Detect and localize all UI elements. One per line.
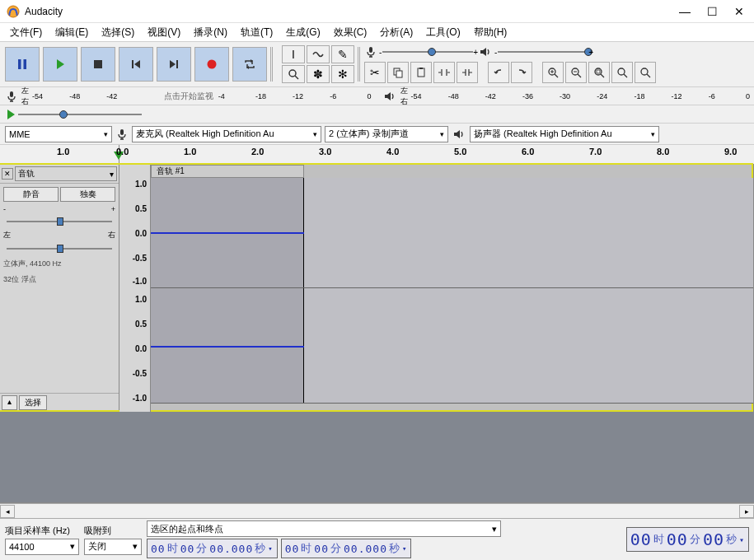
skip-end-button[interactable] [157, 47, 191, 82]
zoom-in-button[interactable] [542, 62, 564, 83]
paste-button[interactable] [410, 62, 432, 83]
svg-rect-25 [597, 70, 600, 73]
cut-button[interactable]: ✂ [364, 62, 386, 83]
track-control-panel: ✕ 音轨▾ 静音 独奏 -+ 左右 立体声, 44100 Hz 32位 浮点 ▴… [0, 165, 119, 412]
collapse-button[interactable]: ▴ [2, 395, 17, 410]
menu-file[interactable]: 文件(F) [3, 24, 49, 41]
selection-toolbar: 项目采样率 (Hz) 44100▾ 吸附到 关闭▾ 选区的起点和终点▾ 00时 … [0, 518, 754, 560]
copy-button[interactable] [387, 62, 409, 83]
input-device-select[interactable]: 麦克风 (Realtek High Definition Au▾ [132, 126, 321, 142]
stop-button[interactable] [81, 47, 115, 82]
scroll-left-button[interactable]: ◂ [0, 505, 15, 518]
pan-slider[interactable] [3, 244, 115, 254]
draw-tool[interactable]: ✎ [331, 45, 354, 63]
svg-rect-31 [120, 129, 124, 135]
zoom-toggle-button[interactable] [635, 62, 656, 83]
menu-view[interactable]: 视图(V) [141, 24, 187, 41]
gain-slider[interactable] [3, 217, 115, 226]
audio-position-time[interactable]: 00时 00分 00秒▾ [626, 527, 749, 552]
mute-button[interactable]: 静音 [3, 187, 59, 202]
play-volume-slider[interactable]: -+ [498, 46, 588, 58]
timeshift-tool[interactable]: ✽ [307, 65, 330, 83]
track-close-button[interactable]: ✕ [2, 168, 13, 180]
play-speed-icon[interactable] [5, 108, 18, 121]
silence-button[interactable] [457, 62, 478, 83]
audio-host-select[interactable]: MME▾ [5, 126, 112, 142]
output-device-select[interactable]: 扬声器 (Realtek High Definition Au▾ [470, 126, 659, 142]
menu-tools[interactable]: 工具(O) [419, 24, 466, 41]
snap-select[interactable]: 关闭▾ [84, 539, 142, 555]
select-track-button[interactable]: 选择 [19, 395, 47, 410]
menu-tracks[interactable]: 轨道(T) [234, 24, 279, 41]
timeline-ruler[interactable]: 1.0 0.0 1.0 2.0 3.0 4.0 5.0 6.0 7.0 8.0 … [0, 145, 754, 165]
svg-rect-7 [176, 60, 178, 68]
svg-rect-6 [132, 60, 133, 68]
trim-button[interactable] [433, 62, 455, 83]
selection-tool[interactable]: I [282, 45, 305, 63]
window-title: Audacity [25, 6, 679, 17]
svg-rect-5 [94, 60, 102, 68]
svg-rect-14 [418, 68, 424, 77]
undo-button[interactable] [488, 62, 509, 83]
tracks-area: ✕ 音轨▾ 静音 独奏 -+ 左右 立体声, 44100 Hz 32位 浮点 ▴… [0, 165, 754, 503]
menu-effect[interactable]: 效果(C) [327, 24, 374, 41]
minimize-button[interactable]: — [679, 5, 691, 18]
svg-line-24 [601, 74, 604, 77]
rec-meter-scale[interactable]: -54 -48 -42 点击开始监视 -4 -18 -12 -6 0 [32, 91, 371, 102]
skip-start-button[interactable] [119, 47, 153, 82]
mic-icon [5, 90, 18, 103]
channels-select[interactable]: 2 (立体声) 录制声道▾ [325, 126, 448, 142]
svg-rect-1 [9, 12, 11, 16]
svg-point-26 [618, 68, 625, 75]
envelope-tool[interactable] [307, 45, 330, 63]
channel-left[interactable] [151, 178, 753, 288]
app-logo-icon [7, 5, 20, 18]
close-button[interactable]: ✕ [734, 5, 744, 18]
selection-end-time[interactable]: 00时 00分 00.000秒▾ [281, 539, 412, 558]
channel-right[interactable] [151, 288, 753, 404]
mic-icon [364, 45, 377, 58]
play-speed-slider[interactable] [18, 109, 142, 120]
menubar: 文件(F) 编辑(E) 选择(S) 视图(V) 播录(N) 轨道(T) 生成(G… [0, 23, 754, 41]
track-menu-dropdown[interactable]: 音轨▾ [15, 166, 117, 181]
menu-help[interactable]: 帮助(H) [467, 24, 514, 41]
zoom-out-button[interactable] [565, 62, 587, 83]
track-format-info: 立体声, 44100 Hz [3, 259, 115, 269]
zoom-tool[interactable] [282, 65, 305, 83]
speaker-icon [478, 45, 493, 58]
speaker-icon [452, 128, 466, 141]
horizontal-scrollbar[interactable]: ◂ ▸ [0, 503, 754, 518]
svg-rect-30 [10, 91, 13, 97]
svg-line-29 [647, 74, 650, 77]
menu-analyze[interactable]: 分析(A) [373, 24, 419, 41]
selection-mode-select[interactable]: 选区的起点和终点▾ [147, 520, 501, 537]
maximize-button[interactable]: ☐ [707, 5, 718, 18]
svg-point-8 [208, 60, 217, 69]
scroll-right-button[interactable]: ▸ [739, 505, 754, 518]
waveform-canvas[interactable]: 1.0 0.5 0.0 -0.5 -1.0 1.0 0.5 0.0 -0.5 -… [119, 165, 754, 412]
menu-select[interactable]: 选择(S) [95, 24, 141, 41]
fit-selection-button[interactable] [588, 62, 610, 83]
snap-label: 吸附到 [84, 525, 142, 537]
multi-tool[interactable]: ✻ [331, 65, 354, 83]
loop-button[interactable] [232, 47, 267, 82]
play-meter-scale[interactable]: -54 -48 -42 -36 -30 -24 -18 -12 -6 0 [411, 91, 750, 102]
redo-button[interactable] [511, 62, 532, 83]
recording-meter[interactable]: 左右 -54 -48 -42 点击开始监视 -4 -18 -12 -6 0 左右… [0, 87, 754, 105]
clip-header[interactable]: 音轨 #1 [151, 165, 304, 178]
menu-transport[interactable]: 播录(N) [187, 24, 234, 41]
menu-generate[interactable]: 生成(G) [279, 24, 326, 41]
tools-grid: I ✎ ✽ ✻ [282, 45, 354, 83]
play-button[interactable] [43, 47, 77, 82]
project-rate-select[interactable]: 44100▾ [5, 539, 79, 555]
svg-point-28 [641, 68, 648, 75]
rec-volume-slider[interactable]: -+ [382, 46, 473, 58]
record-button[interactable] [194, 47, 229, 82]
fit-project-button[interactable] [611, 62, 633, 83]
svg-point-9 [289, 70, 296, 77]
selection-start-time[interactable]: 00时 00分 00.000秒▾ [147, 539, 278, 558]
project-rate-label: 项目采样率 (Hz) [5, 525, 79, 537]
solo-button[interactable]: 独奏 [60, 187, 115, 202]
menu-edit[interactable]: 编辑(E) [49, 24, 95, 41]
pause-button[interactable] [5, 47, 40, 82]
